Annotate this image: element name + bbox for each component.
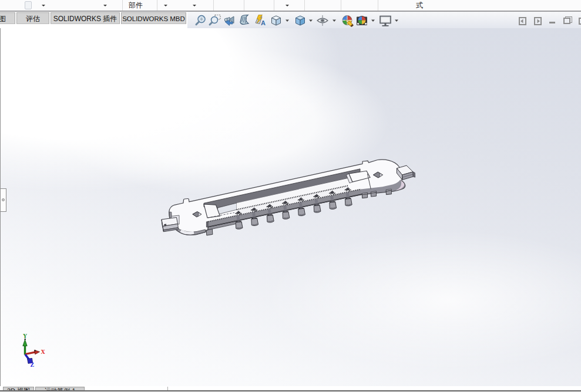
svg-text:Y: Y <box>23 333 28 339</box>
svg-text:A: A <box>261 19 266 26</box>
svg-text:X: X <box>41 349 46 355</box>
svg-text:Z: Z <box>31 361 35 368</box>
